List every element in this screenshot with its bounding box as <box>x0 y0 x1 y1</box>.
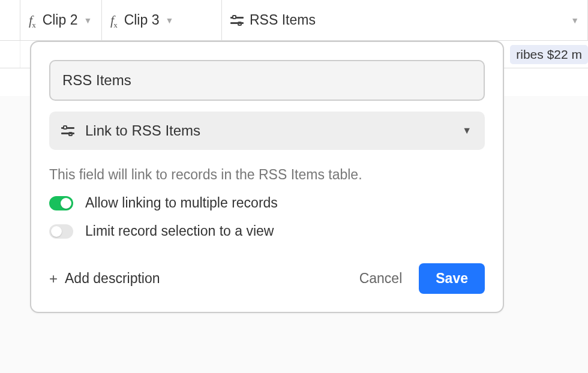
chevron-down-icon[interactable]: ▼ <box>83 16 92 25</box>
linked-record-chip[interactable]: ribes $22 m <box>510 45 588 64</box>
cancel-button[interactable]: Cancel <box>359 270 403 287</box>
allow-multi-label: Allow linking to multiple records <box>85 195 278 211</box>
link-settings-icon <box>61 126 74 136</box>
allow-multi-row: Allow linking to multiple records <box>49 195 485 211</box>
formula-icon: fx <box>29 13 37 28</box>
field-type-label: Link to RSS Items <box>85 122 200 139</box>
column-header-clip2[interactable]: fx Clip 2 ▼ <box>20 0 102 40</box>
chevron-down-icon: ▼ <box>462 125 472 136</box>
column-header-rss-items[interactable]: RSS Items ▼ <box>222 0 588 40</box>
column-headers: fx Clip 2 ▼ fx Clip 3 ▼ RSS Items ▼ <box>0 0 588 41</box>
save-button[interactable]: Save <box>419 263 485 294</box>
allow-multi-toggle[interactable] <box>49 196 73 210</box>
link-settings-icon <box>230 16 244 25</box>
add-description-label: Add description <box>65 270 160 287</box>
field-help-text: This field will link to records in the R… <box>49 167 485 183</box>
limit-view-row: Limit record selection to a view <box>49 223 485 239</box>
field-type-dropdown[interactable]: Link to RSS Items ▼ <box>49 112 485 150</box>
field-config-popover: Link to RSS Items ▼ This field will link… <box>30 41 504 313</box>
column-sliver <box>0 0 20 40</box>
cell[interactable] <box>0 41 20 68</box>
chevron-down-icon[interactable]: ▼ <box>165 16 173 25</box>
column-label: RSS Items <box>250 12 316 28</box>
column-label: Clip 2 <box>43 12 78 28</box>
field-name-input[interactable] <box>49 60 485 101</box>
formula-icon: fx <box>110 13 118 28</box>
limit-view-toggle[interactable] <box>49 224 73 239</box>
chevron-down-icon[interactable]: ▼ <box>571 16 579 25</box>
limit-view-label: Limit record selection to a view <box>85 223 274 239</box>
popover-footer: + Add description Cancel Save <box>49 263 485 294</box>
column-label: Clip 3 <box>124 12 160 28</box>
add-description-button[interactable]: + Add description <box>49 270 160 287</box>
plus-icon: + <box>49 270 58 287</box>
column-header-clip3[interactable]: fx Clip 3 ▼ <box>102 0 222 40</box>
